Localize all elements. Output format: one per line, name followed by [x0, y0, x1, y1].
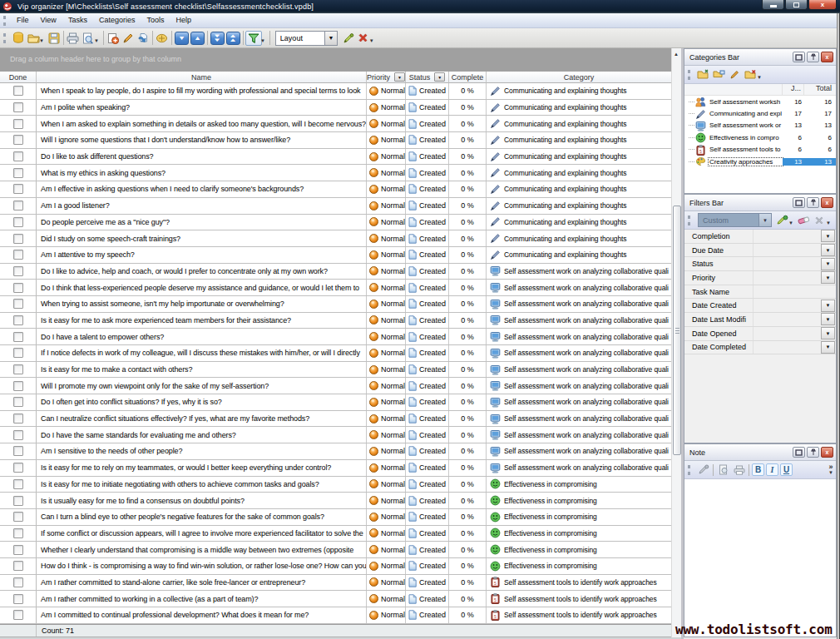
- filter-preset-combobox[interactable]: Custom: [698, 213, 759, 227]
- filter-row[interactable]: Priority ▼: [684, 271, 836, 285]
- filter-dropdown-button[interactable]: ▼: [821, 258, 835, 270]
- clear-filter-icon[interactable]: [796, 213, 812, 228]
- filter-row[interactable]: Completion ▼: [684, 230, 836, 244]
- note-float-button[interactable]: [793, 447, 805, 458]
- done-checkbox[interactable]: [13, 430, 23, 440]
- filter-row[interactable]: Date Created ▼: [684, 299, 836, 313]
- note-pin-button[interactable]: [807, 447, 819, 458]
- done-checkbox[interactable]: [13, 512, 23, 522]
- note-toolbar-overflow[interactable]: »▼: [828, 464, 836, 475]
- close-button[interactable]: x: [808, 0, 837, 10]
- column-header-done[interactable]: Done: [0, 72, 37, 83]
- filter-row[interactable]: Status ▼: [684, 257, 836, 271]
- done-checkbox[interactable]: [13, 496, 23, 506]
- print-preview-icon[interactable]: [81, 30, 96, 46]
- categories-close-button[interactable]: x: [821, 52, 833, 62]
- task-row[interactable]: When trying to assist someone, isn't my …: [0, 296, 671, 313]
- category-tree-item[interactable]: Self assessment worksh 16 16: [684, 96, 836, 107]
- task-row[interactable]: Is it easy for me to initiate negotiatin…: [0, 477, 671, 493]
- done-checkbox[interactable]: [13, 577, 23, 587]
- task-row[interactable]: Is it easy for me to ask more experience…: [0, 313, 671, 329]
- filter-dropdown-button[interactable]: ▼: [821, 313, 835, 325]
- filter-value[interactable]: [753, 285, 821, 299]
- done-checkbox[interactable]: [13, 463, 23, 473]
- minimize-button[interactable]: [762, 0, 784, 10]
- task-row[interactable]: Do people perceive me as a "nice guy"? N…: [0, 215, 671, 231]
- done-checkbox[interactable]: [13, 86, 23, 96]
- done-checkbox[interactable]: [13, 545, 23, 555]
- filter-value[interactable]: [753, 341, 821, 354]
- layout-combobox[interactable]: Layout: [275, 31, 325, 46]
- task-row[interactable]: Can I turn a blind eye to other people's…: [0, 509, 671, 526]
- task-row[interactable]: If I notice defects in work of my collea…: [0, 345, 671, 362]
- filter-value[interactable]: [753, 257, 821, 270]
- task-row[interactable]: When I speak to lay people, do I aspire …: [0, 83, 671, 100]
- filter-value[interactable]: [753, 244, 821, 257]
- task-row[interactable]: Is it easy for me to make a contact with…: [0, 362, 671, 379]
- task-row[interactable]: Is it usually easy for me to find a cons…: [0, 493, 671, 509]
- task-row[interactable]: Can I neutralize conflict situations eff…: [0, 411, 671, 428]
- task-row[interactable]: Do I often get into conflict situations?…: [0, 394, 671, 411]
- bold-button[interactable]: B: [752, 463, 764, 476]
- layout-combobox-caret[interactable]: ▼: [325, 31, 338, 46]
- filter-dropdown-button[interactable]: ▼: [821, 271, 835, 284]
- categories-pin-button[interactable]: [807, 52, 819, 62]
- open-database-icon[interactable]: [26, 30, 41, 46]
- filter-value[interactable]: [753, 327, 821, 340]
- menu-help[interactable]: Help: [170, 14, 197, 27]
- grid-scrollbar-thumb[interactable]: [673, 206, 681, 455]
- done-checkbox[interactable]: [13, 102, 23, 112]
- column-header-priority[interactable]: Priority▼: [367, 72, 406, 83]
- menu-tasks[interactable]: Tasks: [62, 14, 93, 27]
- duplicate-task-icon[interactable]: [136, 30, 151, 46]
- note-close-button[interactable]: x: [821, 447, 833, 458]
- filter-value[interactable]: [753, 299, 821, 312]
- note-preview-icon[interactable]: [715, 463, 731, 478]
- filters-float-button[interactable]: [793, 197, 805, 208]
- new-database-icon[interactable]: [11, 30, 26, 46]
- priority-filter-button[interactable]: ▼: [394, 72, 405, 82]
- scroll-up-arrow[interactable]: ▲: [674, 52, 679, 57]
- filter-toggle-icon[interactable]: [245, 31, 262, 46]
- categories-toolbar-caret[interactable]: ▼: [757, 75, 762, 80]
- category-tree-item[interactable]: Effectiveness in compro 6 6: [684, 131, 836, 143]
- filter-value[interactable]: [753, 271, 821, 285]
- task-row[interactable]: Whether I clearly understand that compro…: [0, 542, 671, 558]
- done-checkbox[interactable]: [13, 414, 23, 424]
- filter-row[interactable]: Date Completed ▼: [684, 341, 836, 355]
- add-category-icon[interactable]: [695, 67, 711, 82]
- grid-scrollbar[interactable]: ▲: [671, 48, 681, 637]
- filters-toolbar-caret[interactable]: ▼: [826, 220, 831, 225]
- menu-categories[interactable]: Categories: [93, 14, 141, 27]
- done-checkbox[interactable]: [13, 561, 23, 571]
- done-checkbox[interactable]: [13, 446, 23, 456]
- done-checkbox[interactable]: [13, 217, 23, 227]
- task-row[interactable]: Am I committed to continual professional…: [0, 607, 671, 624]
- menu-file[interactable]: File: [11, 14, 35, 27]
- new-task-icon[interactable]: [106, 30, 121, 46]
- share-icon[interactable]: [155, 30, 170, 46]
- done-checkbox[interactable]: [13, 364, 23, 374]
- note-print-icon[interactable]: [731, 463, 747, 478]
- done-checkbox[interactable]: [13, 299, 23, 309]
- done-checkbox[interactable]: [13, 528, 23, 538]
- italic-button[interactable]: I: [766, 463, 778, 476]
- filter-dropdown-button[interactable]: ▼: [821, 327, 835, 339]
- column-header-category[interactable]: Category: [487, 72, 671, 83]
- edit-task-icon[interactable]: [121, 30, 136, 46]
- filter-dropdown-caret[interactable]: ▼: [260, 38, 265, 43]
- filter-value[interactable]: [753, 313, 821, 326]
- column-header-complete[interactable]: Complete: [449, 72, 487, 83]
- filter-dropdown-button[interactable]: ▼: [821, 300, 835, 312]
- filter-dropdown-button[interactable]: ▼: [821, 341, 835, 354]
- task-row[interactable]: How do I think - is compromising a way t…: [0, 558, 671, 575]
- note-content[interactable]: [684, 479, 836, 637]
- column-header-name[interactable]: Name: [37, 72, 367, 83]
- done-checkbox[interactable]: [13, 397, 23, 407]
- done-checkbox[interactable]: [13, 184, 23, 194]
- done-checkbox[interactable]: [13, 594, 23, 604]
- underline-button[interactable]: U: [780, 463, 793, 476]
- task-row[interactable]: Am I sensitive to the needs of other peo…: [0, 443, 671, 460]
- task-row[interactable]: Do I have the same standards for evaluat…: [0, 427, 671, 443]
- done-checkbox[interactable]: [13, 168, 23, 178]
